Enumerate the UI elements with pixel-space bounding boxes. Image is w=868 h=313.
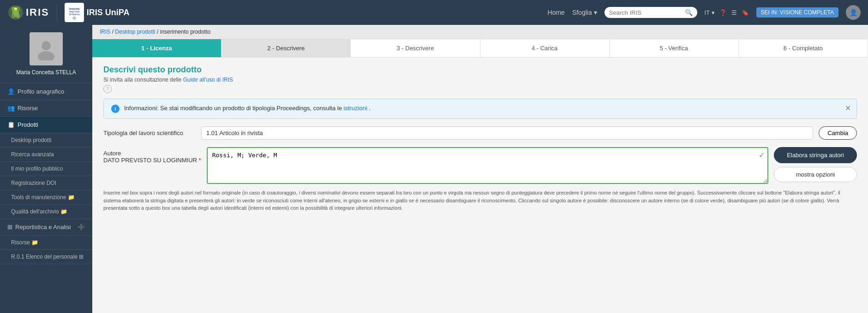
- user-profile: Maria Concetta STELLA: [0, 25, 92, 83]
- sidebar-sub-registrazione-doi[interactable]: Registrazione DOI: [0, 176, 92, 190]
- sidebar-item-prodotti[interactable]: 📋 Prodotti: [0, 117, 92, 133]
- plus-icon: ➕: [78, 224, 85, 230]
- list-icon: 📋: [7, 121, 15, 128]
- user-name: Maria Concetta STELLA: [16, 69, 76, 76]
- svg-point-3: [14, 7, 17, 10]
- autore-label: Autore: [103, 150, 201, 157]
- author-label-col: Autore DATO PREVISTO SU LOGINMIUR *: [103, 147, 201, 164]
- guide-link[interactable]: Guide all'uso di IRIS: [183, 77, 233, 83]
- step-5[interactable]: 5 - Verifica: [610, 39, 739, 57]
- sidebar-sub-ricerca-avanzata[interactable]: Ricerca avanzata: [0, 148, 92, 162]
- sei-in-badge[interactable]: SEI IN: VISIONE COMPLETA: [756, 7, 838, 18]
- unipa-title: IRIS UniPA: [87, 8, 130, 18]
- steps-bar: 1 - Licenza 2 - Descrivere 3 - Descriver…: [92, 39, 868, 58]
- mostra-opzioni-button[interactable]: mostra opzioni: [774, 167, 857, 182]
- brand: IRIS Università degli Studi di Palermo I…: [7, 3, 129, 22]
- sidebar-sub-elenco-personale[interactable]: R.0.1 Elenco del personale ⊞: [0, 250, 92, 264]
- svg-point-9: [42, 41, 51, 50]
- navbar-nav: Home Sfoglia ▾ 🔍 IT ▾ ❓ ☰ 🔖 SEI IN: VISI…: [548, 5, 861, 20]
- step-4[interactable]: 4 - Carica: [480, 39, 610, 57]
- breadcrumb: IRIS / Desktop prodotti / inserimento pr…: [92, 25, 868, 39]
- sfoglia-link[interactable]: Sfoglia ▾: [572, 9, 597, 16]
- svg-text:degli Studi: degli Studi: [69, 11, 79, 13]
- tipologia-label: Tipologia del lavoro scientifico: [103, 130, 196, 136]
- required-star: *: [199, 157, 201, 164]
- iris-logo: IRIS: [7, 4, 49, 21]
- sidebar: Maria Concetta STELLA 👤 Profilo anagrafi…: [0, 25, 92, 313]
- grid-icon: ⊞: [7, 224, 12, 230]
- author-textarea[interactable]: [207, 147, 768, 184]
- info-banner-text: Informazioni: Se stai modificando un pro…: [124, 105, 371, 112]
- grid-icon-small: ⊞: [79, 254, 84, 260]
- info-icon: i: [111, 105, 120, 113]
- help-circle-icon[interactable]: ?: [103, 85, 112, 93]
- sidebar-sub-qualita-archivio[interactable]: Qualità dell'archivio 📁: [0, 205, 92, 219]
- author-textarea-wrap: ✓: [207, 147, 768, 185]
- section-title: Descrivi questo prodotto: [103, 65, 857, 75]
- sidebar-sub-tools-manutenzione[interactable]: Tools di manutenzione 📁: [0, 190, 92, 205]
- nav-divider: [57, 3, 57, 22]
- author-info-text: Inserire nel box sopra i nomi degli auto…: [103, 189, 857, 212]
- tipologia-input[interactable]: [201, 126, 813, 140]
- sidebar-item-risorse[interactable]: 👥 Risorse: [0, 100, 92, 117]
- istruzioni-link[interactable]: istruzioni: [344, 105, 367, 112]
- group-icon: 👥: [7, 105, 15, 112]
- sidebar-item-reportistica[interactable]: ⊞ Reportistica e Analisi ➕: [0, 219, 92, 236]
- user-avatar-nav: 👤: [846, 5, 861, 20]
- elabora-button[interactable]: Elabora stringa autori: [774, 147, 857, 163]
- help-icon[interactable]: ❓: [719, 9, 727, 16]
- sidebar-sub-desktop-prodotti[interactable]: Desktop prodotti: [0, 133, 92, 148]
- content-area: Descrivi questo prodotto Si invita alla …: [92, 58, 868, 219]
- sidebar-sub-profilo-pubblico[interactable]: Il mio profilo pubblico: [0, 162, 92, 176]
- breadcrumb-current: inserimento prodotto: [160, 29, 210, 35]
- step-1[interactable]: 1 - Licenza: [92, 39, 221, 57]
- iris-text: IRIS: [26, 6, 49, 18]
- search-box: 🔍: [605, 7, 697, 18]
- sidebar-item-profilo[interactable]: 👤 Profilo anagrafico: [0, 83, 92, 100]
- home-link[interactable]: Home: [548, 9, 565, 16]
- list-icon[interactable]: ☰: [731, 9, 737, 16]
- author-buttons: Elabora stringa autori mostra opzioni: [774, 147, 857, 182]
- author-row: Autore DATO PREVISTO SU LOGINMIUR * ✓ El…: [103, 147, 857, 185]
- unipa-logo: Università degli Studi di Palermo IRIS U…: [65, 3, 130, 22]
- autore-sublabel: DATO PREVISTO SU LOGINMIUR *: [103, 157, 201, 164]
- cambia-button[interactable]: Cambia: [819, 126, 857, 140]
- search-input[interactable]: [609, 9, 683, 16]
- svg-point-10: [38, 51, 54, 60]
- search-button[interactable]: 🔍: [685, 9, 693, 16]
- layout: Maria Concetta STELLA 👤 Profilo anagrafi…: [0, 25, 868, 313]
- close-banner-button[interactable]: ✕: [845, 104, 851, 112]
- tipologia-row: Tipologia del lavoro scientifico Cambia: [103, 126, 857, 140]
- folder-icon-risorse: 📁: [31, 239, 38, 246]
- svg-text:Università: Università: [69, 8, 79, 10]
- sidebar-sub-risorse-reportistica[interactable]: Risorse 📁: [0, 236, 92, 250]
- step-2[interactable]: 2 - Descrivere: [221, 39, 351, 57]
- unipa-logo-img: Università degli Studi di Palermo: [65, 3, 84, 22]
- breadcrumb-iris[interactable]: IRIS: [100, 29, 110, 35]
- bookmark-icon[interactable]: 🔖: [742, 9, 749, 16]
- info-banner: i Informazioni: Se stai modificando un p…: [103, 99, 857, 119]
- step-3[interactable]: 3 - Descrivere: [351, 39, 480, 57]
- breadcrumb-desktop-prodotti[interactable]: Desktop prodotti: [115, 29, 155, 35]
- svg-text:di Palermo: di Palermo: [69, 13, 79, 16]
- section-subtitle: Si invita alla consultazione delle Guide…: [103, 77, 857, 83]
- step-6[interactable]: 6 - Completato: [739, 39, 868, 57]
- user-avatar: [30, 32, 63, 65]
- it-dropdown[interactable]: IT ▾: [705, 9, 715, 16]
- check-icon: ✓: [759, 151, 765, 159]
- nav-actions: IT ▾ ❓ ☰ 🔖: [705, 9, 749, 16]
- folder-icon-qualita: 📁: [60, 208, 67, 215]
- navbar: IRIS Università degli Studi di Palermo I…: [0, 0, 868, 25]
- folder-icon-tools: 📁: [68, 194, 75, 201]
- main-content: IRIS / Desktop prodotti / inserimento pr…: [92, 25, 868, 313]
- svg-point-8: [72, 17, 76, 20]
- person-icon: 👤: [7, 88, 15, 95]
- iris-logo-icon: [7, 4, 24, 21]
